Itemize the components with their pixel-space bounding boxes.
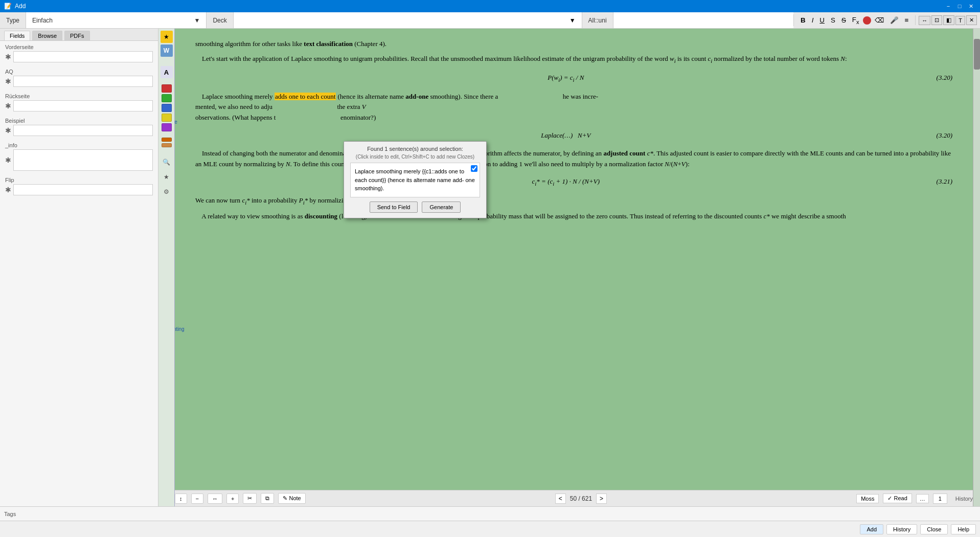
star-aq[interactable]: ✱ — [5, 77, 11, 85]
fn-button[interactable]: Fx — [850, 14, 862, 27]
eraser-button[interactable]: ⌫ — [872, 15, 886, 26]
field-flip: Flip ✱ — [0, 174, 158, 198]
color-red[interactable] — [162, 84, 172, 93]
underline-button[interactable]: U — [817, 15, 827, 26]
popup-content-area[interactable]: Laplace smoothing merely {{c1::adds one … — [350, 163, 480, 197]
sidebar-label-a[interactable]: A — [161, 66, 173, 78]
send-to-field-button[interactable]: Send to Field — [370, 202, 418, 213]
nav-minus-btn[interactable]: − — [191, 494, 203, 504]
add-button[interactable]: Add — [860, 524, 883, 534]
star-ruckseite[interactable]: ✱ — [5, 102, 11, 110]
keyword-add-one: add-one — [175, 118, 177, 126]
generate-button[interactable]: Generate — [422, 202, 461, 213]
strikethrough2-button[interactable]: S — [839, 15, 849, 26]
input-vorderseite[interactable] — [13, 51, 153, 62]
pdf-para2: Let's start with the application of Lapl… — [195, 54, 952, 65]
all-label: All::uni — [582, 12, 613, 28]
scrollbar-thumb[interactable] — [974, 39, 980, 70]
star-flip[interactable]: ✱ — [5, 186, 11, 194]
moss-button[interactable]: Moss — [856, 494, 879, 503]
maximize-button[interactable]: □ — [954, 1, 965, 11]
minimize-button[interactable]: − — [943, 1, 953, 11]
page-number-input[interactable] — [933, 494, 947, 504]
tab-pdfs[interactable]: PDFs — [64, 31, 90, 40]
view-btn-1[interactable]: ↔ — [919, 16, 930, 25]
tab-browse[interactable]: Browse — [32, 31, 62, 40]
close-button[interactable]: ✕ — [966, 1, 976, 11]
nav-plus-btn[interactable]: + — [226, 494, 239, 504]
close-action-button[interactable]: Close — [920, 524, 948, 534]
topbar: Type Einfach ▼ Deck ▼ All::uni B I U S S… — [0, 12, 980, 29]
popup-buttons: Send to Field Generate — [344, 202, 486, 218]
page-counter: 50 / 621 — [570, 495, 592, 502]
nav-cut-btn[interactable]: ✂ — [243, 493, 257, 504]
color-purple[interactable] — [162, 123, 172, 131]
settings-icon[interactable]: ⚙ — [160, 185, 173, 198]
input-aq[interactable] — [13, 76, 153, 87]
help-action-button[interactable]: Help — [951, 524, 976, 534]
left-panel: Fields Browse PDFs Vorderseite ✱ AQ ✱ — [0, 29, 158, 506]
pdf-para5: We can now turn ci* into a probability P… — [195, 195, 952, 207]
color-brown[interactable] — [162, 143, 172, 147]
color-yellow[interactable] — [162, 114, 172, 122]
field-info: _info ✱ — [0, 139, 158, 174]
nav-note-btn[interactable]: ✎ Note — [278, 493, 305, 504]
input-flip[interactable] — [13, 184, 153, 195]
nav-fit2-btn[interactable]: ↔ — [208, 494, 222, 504]
popup-dialog: Found 1 sentence(s) around selection: (C… — [344, 141, 487, 218]
pdf-content: add-one discounting smoothing algorithm … — [175, 29, 973, 232]
window-title: Add — [15, 3, 26, 10]
bold-button[interactable]: B — [798, 15, 808, 26]
pdf-para6: A related way to view smoothing is as di… — [195, 211, 952, 222]
view-btn-3[interactable]: ◧ — [943, 15, 954, 25]
pdf-wrapper: ★ W A 🔍 ★ ⚙ — [158, 29, 980, 506]
more-button[interactable]: ≡ — [902, 15, 911, 26]
strikethrough-button[interactable]: S — [828, 15, 838, 26]
popup-checkbox[interactable] — [471, 165, 477, 172]
star-beispiel[interactable]: ✱ — [5, 126, 11, 135]
sidebar-star-icon[interactable]: ★ — [161, 31, 173, 43]
type-value[interactable]: Einfach ▼ — [26, 12, 207, 28]
color-blue[interactable] — [162, 104, 172, 112]
type-label: Type — [0, 12, 26, 28]
read-button[interactable]: ✓ Read — [883, 494, 911, 503]
equation-1: P(wi) = ci / N (3.20) — [195, 73, 952, 84]
input-beispiel[interactable] — [13, 125, 153, 136]
keyword-discounting: discounting — [175, 325, 185, 333]
input-info[interactable] — [13, 149, 153, 171]
nav-fit-btn[interactable]: ↕ — [175, 494, 187, 504]
mic-button[interactable]: 🎤 — [887, 15, 901, 26]
color-circle-icon[interactable] — [863, 16, 871, 25]
next-page-button[interactable]: > — [596, 494, 607, 504]
sidebar-w-icon[interactable]: W — [161, 44, 173, 57]
title-bar: 📝 Add − □ ✕ — [0, 0, 980, 12]
ellipsis-button[interactable]: … — [916, 494, 929, 503]
action-bar: Add History Close Help — [0, 521, 980, 537]
all-value[interactable] — [613, 12, 793, 28]
color-orange[interactable] — [162, 138, 172, 142]
pdf-para1: smoothing algorithm for other tasks like… — [195, 39, 952, 50]
app-icon: 📝 — [4, 3, 12, 10]
nav-copy-btn[interactable]: ⧉ — [261, 493, 274, 504]
pdf-para4: Instead of changing both the numerator a… — [195, 148, 952, 170]
bookmark-icon[interactable]: ★ — [160, 170, 173, 184]
field-beispiel: Beispiel ✱ — [0, 115, 158, 139]
input-ruckseite[interactable] — [13, 100, 153, 111]
tab-fields[interactable]: Fields — [4, 31, 30, 40]
popup-header: Found 1 sentence(s) around selection: — [344, 142, 486, 154]
tags-label: Tags — [4, 511, 16, 517]
field-aq: AQ ✱ — [0, 65, 158, 90]
prev-page-button[interactable]: < — [555, 494, 566, 504]
view-btn-4[interactable]: T — [955, 16, 965, 25]
view-btn-close[interactable]: ✕ — [966, 15, 977, 25]
color-green[interactable] — [162, 94, 172, 102]
view-btn-2[interactable]: ⊡ — [931, 15, 942, 25]
deck-value[interactable]: ▼ — [234, 12, 582, 28]
search-icon[interactable]: 🔍 — [160, 155, 173, 169]
tags-input[interactable] — [20, 511, 976, 517]
star-vorderseite[interactable]: ✱ — [5, 53, 11, 61]
star-info[interactable]: ✱ — [5, 156, 11, 164]
pdf-scrollbar[interactable] — [973, 29, 980, 506]
history-action-button[interactable]: History — [886, 524, 917, 534]
italic-button[interactable]: I — [809, 15, 816, 26]
